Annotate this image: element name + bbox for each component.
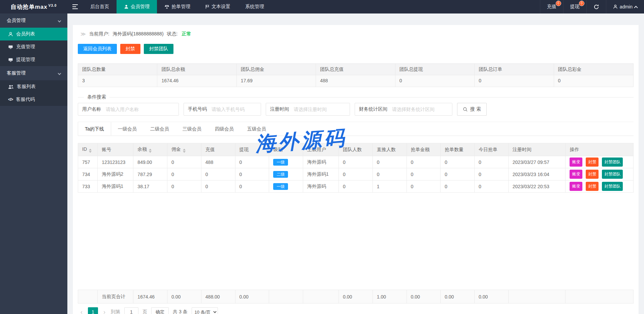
breadcrumb-icon: ≫ bbox=[80, 31, 86, 37]
tab-level-5[interactable]: 五级会员 bbox=[240, 122, 273, 136]
recharge-badge: 0 bbox=[556, 1, 561, 6]
level-badge: 一级 bbox=[273, 159, 288, 166]
col-label: 级别 bbox=[273, 147, 283, 152]
recharge-shortcut[interactable]: 充值 0 bbox=[540, 0, 563, 13]
sidebar-item-withdraw-management[interactable]: 提现管理 bbox=[0, 53, 67, 66]
nav-item-dashboard[interactable]: 后台首页 bbox=[83, 0, 117, 13]
prev-page-icon[interactable]: ‹ bbox=[79, 309, 84, 314]
total-team: 0.00 bbox=[339, 290, 373, 304]
member-level-tabs: Ta的下线 一级会员 二级会员 三级会员 四级会员 五级会员 bbox=[78, 122, 634, 136]
user-menu[interactable]: admin bbox=[606, 0, 644, 13]
ban-button[interactable]: 封禁 bbox=[586, 170, 599, 179]
menu-toggle-icon[interactable] bbox=[67, 0, 83, 13]
ban-team-button[interactable]: 封禁团队 bbox=[602, 170, 623, 179]
current-user-value: 海外源码(18888888888) bbox=[113, 31, 164, 37]
current-page[interactable]: 1 bbox=[88, 307, 98, 314]
sidebar-group-label: 客服管理 bbox=[7, 70, 26, 76]
back-to-member-list-button[interactable]: 返回会员列表 bbox=[78, 44, 117, 54]
nav-item-order-grab[interactable]: 抢单管理 bbox=[157, 0, 198, 13]
username-input[interactable] bbox=[102, 103, 179, 115]
cell-level: 一级 bbox=[269, 156, 303, 168]
sidebar-item-recharge-management[interactable]: 充值管理 bbox=[0, 40, 67, 53]
sidebar-item-cs-list[interactable]: 客服列表 bbox=[0, 80, 67, 93]
nav-item-members[interactable]: 会员管理 bbox=[117, 0, 157, 13]
users-icon bbox=[8, 84, 14, 89]
sidebar-group-customer-service[interactable]: 客服管理 bbox=[0, 66, 67, 80]
per-page-select[interactable]: 10 条/页 bbox=[192, 307, 218, 314]
col-withdraw: 提现 bbox=[235, 143, 269, 156]
ban-team-button[interactable]: 封禁团队 bbox=[144, 44, 173, 54]
refresh-button[interactable] bbox=[586, 0, 606, 13]
username: admin bbox=[620, 4, 633, 9]
confirm-page-button[interactable]: 确定 bbox=[151, 307, 169, 314]
scale-icon bbox=[164, 4, 169, 9]
refresh-icon bbox=[593, 4, 599, 10]
nav-item-text-settings[interactable]: 文本设置 bbox=[198, 0, 238, 13]
stat-value: 0 bbox=[554, 75, 633, 87]
total-cell bbox=[508, 290, 566, 304]
col-label: 充值 bbox=[205, 147, 215, 152]
ban-button[interactable]: 封禁 bbox=[586, 158, 599, 167]
regtime-input[interactable] bbox=[290, 103, 350, 115]
col-label: 账号 bbox=[102, 147, 111, 152]
stat-value: 3 bbox=[78, 75, 157, 87]
ban-team-button[interactable]: 封禁团队 bbox=[602, 158, 623, 167]
goto-page-input[interactable] bbox=[124, 307, 138, 314]
stat-header: 团队总佣金 bbox=[237, 64, 316, 75]
sort-icon[interactable] bbox=[89, 149, 92, 153]
account-change-button[interactable]: 账变 bbox=[570, 170, 582, 179]
total-balance: 1674.46 bbox=[133, 290, 167, 304]
cell-parent: 海外源码 bbox=[303, 180, 339, 193]
tab-ta-downline[interactable]: Ta的下线 bbox=[78, 122, 111, 136]
page-totals-table: 当前页合计 1674.46 0.00 488.00 0.00 0.00 1.00… bbox=[78, 290, 634, 304]
cell-id: 757 bbox=[78, 156, 98, 168]
ban-button[interactable]: 封禁 bbox=[120, 44, 140, 54]
pagination: ‹ 1 › 到第 页 确定 共 3 条 10 条/页 bbox=[79, 307, 634, 314]
sidebar-group-member-management[interactable]: 会员管理 bbox=[0, 13, 67, 28]
sort-icon[interactable] bbox=[149, 149, 152, 153]
chevron-down-icon bbox=[58, 72, 61, 75]
search-button[interactable]: 搜 索 bbox=[457, 103, 487, 116]
account-change-button[interactable]: 账变 bbox=[570, 182, 582, 191]
ban-button[interactable]: 封禁 bbox=[586, 182, 599, 191]
sort-icon[interactable] bbox=[183, 149, 186, 153]
stat-header: 团队总订单 bbox=[475, 64, 554, 75]
stat-header: 团队总数量 bbox=[78, 64, 157, 75]
cell-level: 二级 bbox=[269, 168, 303, 180]
finance-range-input[interactable] bbox=[389, 103, 452, 115]
account-change-button[interactable]: 账变 bbox=[570, 158, 582, 167]
tab-level-1[interactable]: 一级会员 bbox=[111, 122, 143, 136]
cell-grab-amount: 0 bbox=[407, 180, 441, 193]
next-page-icon[interactable]: › bbox=[102, 309, 107, 314]
cell-reg-time: 2023/03/27 09:57 bbox=[508, 156, 566, 168]
cell-operations: 账变 封禁 封禁团队 bbox=[566, 168, 634, 180]
table-row: 733 海外源码1 38.17 0 0 0 一级 海外源码 0 1 0 0 0 … bbox=[78, 180, 634, 193]
tab-level-2[interactable]: 二级会员 bbox=[143, 122, 176, 136]
level-badge: 一级 bbox=[273, 183, 288, 190]
col-id[interactable]: ID bbox=[78, 143, 98, 156]
nav-item-system[interactable]: 系统管理 bbox=[238, 0, 271, 13]
col-direct-count: 直推人数 bbox=[373, 143, 407, 156]
cell-balance: 787.29 bbox=[133, 168, 167, 180]
col-level: 级别 bbox=[269, 143, 303, 156]
regtime-field-label: 注册时间 bbox=[266, 106, 290, 112]
total-count-label: 共 3 条 bbox=[173, 309, 188, 314]
col-balance[interactable]: 余额 bbox=[133, 143, 167, 156]
chevron-up-icon bbox=[634, 6, 638, 9]
col-label: 佣金 bbox=[171, 146, 181, 152]
total-grab-amount: 0.00 bbox=[407, 290, 441, 304]
topbar-right: 充值 0 提现 0 admin bbox=[540, 0, 644, 13]
flag-icon bbox=[205, 4, 210, 9]
withdraw-shortcut[interactable]: 提现 0 bbox=[563, 0, 586, 13]
ban-team-button[interactable]: 封禁团队 bbox=[602, 182, 623, 191]
tab-level-4[interactable]: 四级会员 bbox=[208, 122, 240, 136]
tab-level-3[interactable]: 三级会员 bbox=[176, 122, 208, 136]
sidebar-item-cs-code[interactable]: </> 客服代码 bbox=[0, 93, 67, 106]
regtime-field-group: 注册时间 bbox=[266, 103, 350, 116]
cell-account: 海外源码1 bbox=[98, 180, 133, 193]
sidebar-item-member-list[interactable]: 会员列表 bbox=[0, 28, 67, 40]
topbar: 自动抢单max V3.0 后台首页 会员管理 抢单管理 bbox=[0, 0, 644, 13]
phone-input[interactable] bbox=[208, 103, 261, 115]
col-commission[interactable]: 佣金 bbox=[167, 143, 201, 156]
cell-commission: 0 bbox=[167, 156, 201, 168]
